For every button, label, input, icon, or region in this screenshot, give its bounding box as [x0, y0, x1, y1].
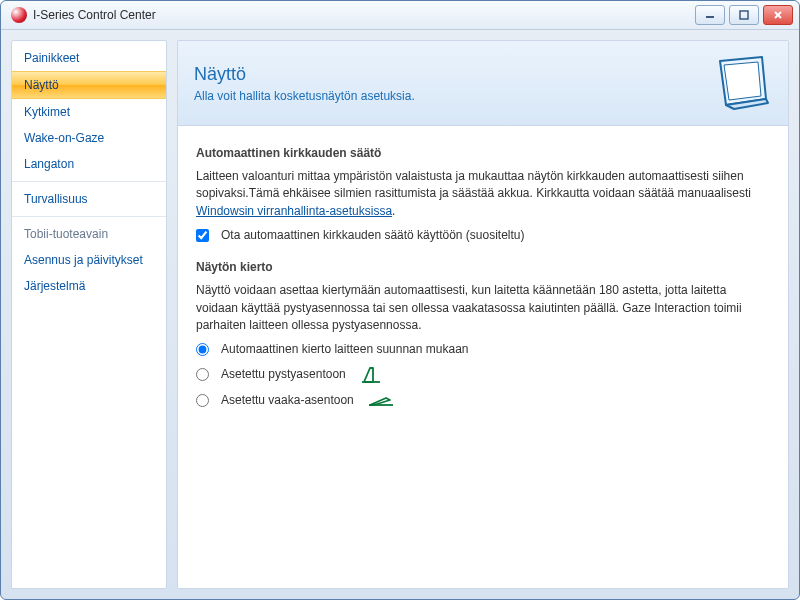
rotation-label-auto[interactable]: Automaattinen kierto laitteen suunnan mu…: [221, 342, 469, 356]
sidebar-item-tobii-tuoteavain[interactable]: Tobii-tuoteavain: [12, 221, 166, 247]
portrait-icon: [360, 364, 382, 384]
sidebar-item-kytkimet[interactable]: Kytkimet: [12, 99, 166, 125]
sidebar-item-asennus-ja-paivitykset[interactable]: Asennus ja päivitykset: [12, 247, 166, 273]
power-settings-link[interactable]: Windowsin virranhallinta-asetuksissa: [196, 204, 392, 218]
landscape-icon: [368, 392, 394, 408]
rotation-radio-landscape[interactable]: [196, 394, 209, 407]
rotation-label-portrait[interactable]: Asetettu pystyasentoon: [221, 367, 346, 381]
sidebar-item-jarjestelma[interactable]: Järjestelmä: [12, 273, 166, 299]
rotation-label-landscape[interactable]: Asetettu vaaka-asentoon: [221, 393, 354, 407]
rotation-option-portrait: Asetettu pystyasentoon: [196, 364, 770, 384]
brightness-period: .: [392, 204, 395, 218]
sidebar-item-langaton[interactable]: Langaton: [12, 151, 166, 177]
sidebar-separator: [12, 216, 166, 217]
rotation-option-auto: Automaattinen kierto laitteen suunnan mu…: [196, 342, 770, 356]
main-panel: Näyttö Alla voit hallita kosketusnäytön …: [177, 40, 789, 589]
auto-brightness-label[interactable]: Ota automaattinen kirkkauden säätö käytt…: [221, 228, 525, 242]
auto-brightness-row: Ota automaattinen kirkkauden säätö käytt…: [196, 228, 770, 242]
sidebar-item-naytto[interactable]: Näyttö: [12, 71, 166, 99]
rotation-description: Näyttö voidaan asettaa kiertymään automa…: [196, 282, 770, 334]
rotation-option-landscape: Asetettu vaaka-asentoon: [196, 392, 770, 408]
brightness-description: Laitteen valoanturi mittaa ympäristön va…: [196, 168, 770, 220]
minimize-button[interactable]: [695, 5, 725, 25]
sidebar-item-wake-on-gaze[interactable]: Wake-on-Gaze: [12, 125, 166, 151]
app-icon: [11, 7, 27, 23]
rotation-heading: Näytön kierto: [196, 260, 770, 274]
sidebar-item-turvallisuus[interactable]: Turvallisuus: [12, 186, 166, 212]
rotation-radio-portrait[interactable]: [196, 368, 209, 381]
close-button[interactable]: [763, 5, 793, 25]
page-header: Näyttö Alla voit hallita kosketusnäytön …: [178, 41, 788, 126]
sidebar-item-painikkeet[interactable]: Painikkeet: [12, 45, 166, 71]
brightness-body: Laitteen valoanturi mittaa ympäristön va…: [196, 169, 751, 200]
sidebar-separator: [12, 181, 166, 182]
content: Automaattinen kirkkauden säätö Laitteen …: [178, 126, 788, 434]
rotation-radio-auto[interactable]: [196, 343, 209, 356]
header-titles: Näyttö Alla voit hallita kosketusnäytön …: [194, 64, 690, 103]
brightness-heading: Automaattinen kirkkauden säätö: [196, 146, 770, 160]
titlebar: I-Series Control Center: [1, 1, 799, 30]
body: Painikkeet Näyttö Kytkimet Wake-on-Gaze …: [1, 30, 799, 599]
svg-rect-1: [740, 11, 748, 19]
app-window: I-Series Control Center Painikkeet Näytt…: [0, 0, 800, 600]
auto-brightness-checkbox[interactable]: [196, 229, 209, 242]
maximize-button[interactable]: [729, 5, 759, 25]
window-title: I-Series Control Center: [33, 8, 695, 22]
sidebar: Painikkeet Näyttö Kytkimet Wake-on-Gaze …: [11, 40, 167, 589]
page-subtitle: Alla voit hallita kosketusnäytön asetuks…: [194, 89, 690, 103]
display-icon: [702, 53, 772, 113]
window-buttons: [695, 5, 793, 25]
page-title: Näyttö: [194, 64, 690, 85]
